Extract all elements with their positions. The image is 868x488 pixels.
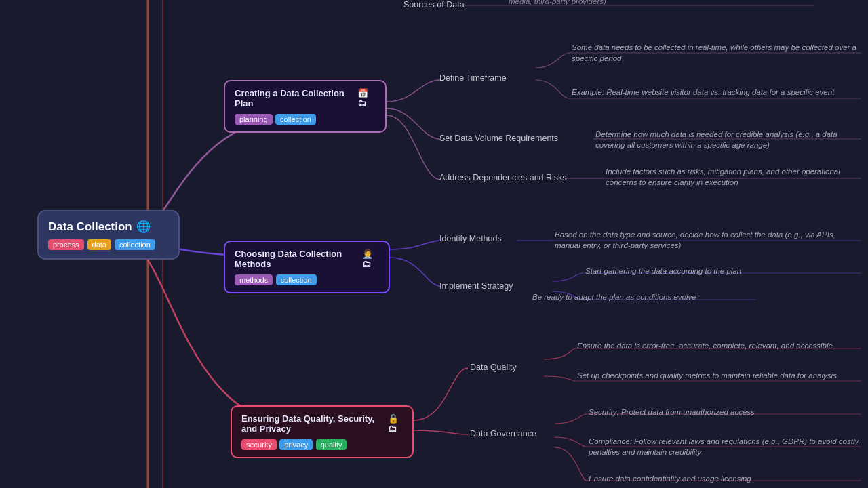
mid-address-deps-text: Address Dependencies and Risks <box>439 173 567 182</box>
detail-implement-2: Be ready to adapt the plan as conditions… <box>532 291 696 302</box>
branch-ensuring-tags: security privacy quality <box>241 438 403 450</box>
detail-volume-text: Determine how much data is needed for cr… <box>595 130 837 149</box>
detail-implement-1-text: Start gathering the data according to th… <box>585 267 741 275</box>
detail-quality-2-text: Set up checkpoints and quality metrics t… <box>577 371 837 380</box>
branch-creating-emoji: 📅🗂 <box>357 88 376 108</box>
detail-implement-1: Start gathering the data according to th… <box>585 266 741 277</box>
mid-data-governance-text: Data Governance <box>470 429 536 439</box>
mid-implement-strategy: Implement Strategy <box>439 281 513 291</box>
mid-define-timeframe-text: Define Timeframe <box>439 73 507 83</box>
branch-creating-title: Creating a Data Collection Plan 📅🗂 <box>235 88 376 108</box>
branch-choosing-emoji: 🧑‍💼🗂 <box>362 249 379 269</box>
root-node[interactable]: Data Collection 🌐 process data collectio… <box>37 210 180 260</box>
mid-sources: Sources of Data <box>403 0 465 9</box>
tag-collection-creating: collection <box>275 114 316 125</box>
root-emoji: 🌐 <box>136 220 151 234</box>
branch-ensuring[interactable]: Ensuring Data Quality, Security, and Pri… <box>231 405 414 458</box>
detail-governance-3: Ensure data confidentiality and usage li… <box>589 473 751 484</box>
detail-deps: Include factors such as risks, mitigatio… <box>606 166 868 188</box>
branch-ensuring-emoji: 🔒🗂 <box>388 413 403 434</box>
tag-security: security <box>241 439 277 450</box>
tag-collection-choosing: collection <box>276 274 317 285</box>
mid-define-timeframe: Define Timeframe <box>439 73 507 83</box>
detail-identify-methods-text: Based on the data type and source, decid… <box>555 230 835 249</box>
branch-creating-title-text: Creating a Data Collection Plan <box>235 88 354 108</box>
detail-deps-text: Include factors such as risks, mitigatio… <box>606 167 840 186</box>
mid-set-volume: Set Data Volume Requirements <box>439 134 558 143</box>
mid-implement-strategy-text: Implement Strategy <box>439 281 513 291</box>
detail-timeframe-2: Example: Real-time website visitor data … <box>572 87 834 98</box>
detail-timeframe-1: Some data needs to be collected in real-… <box>572 42 863 64</box>
branch-choosing[interactable]: Choosing Data Collection Methods 🧑‍💼🗂 me… <box>224 241 390 293</box>
mid-set-volume-text: Set Data Volume Requirements <box>439 134 558 143</box>
tag-collection-root: collection <box>115 239 155 250</box>
detail-volume: Determine how much data is needed for cr… <box>595 129 868 150</box>
detail-quality-1: Ensure the data is error-free, accurate,… <box>577 340 833 351</box>
detail-sources-text: media, third-party providers) <box>509 0 606 5</box>
tag-data: data <box>87 239 111 250</box>
detail-governance-3-text: Ensure data confidentiality and usage li… <box>589 474 751 483</box>
detail-timeframe-1-text: Some data needs to be collected in real-… <box>572 43 856 62</box>
mid-identify-methods: Identify Methods <box>439 234 502 243</box>
detail-governance-2: Compliance: Follow relevant laws and reg… <box>589 436 868 458</box>
root-title-text: Data Collection <box>48 220 132 234</box>
tag-process: process <box>48 239 84 250</box>
mid-address-deps: Address Dependencies and Risks <box>439 173 567 182</box>
detail-governance-2-text: Compliance: Follow relevant laws and reg… <box>589 437 859 456</box>
mid-sources-text: Sources of Data <box>403 0 465 9</box>
branch-ensuring-title: Ensuring Data Quality, Security, and Pri… <box>241 413 403 434</box>
mid-identify-methods-text: Identify Methods <box>439 234 502 243</box>
detail-quality-2: Set up checkpoints and quality metrics t… <box>577 370 837 381</box>
tag-quality: quality <box>316 439 347 450</box>
detail-implement-2-text: Be ready to adapt the plan as conditions… <box>532 293 696 301</box>
branch-choosing-title-text: Choosing Data Collection Methods <box>235 249 359 269</box>
branch-creating[interactable]: Creating a Data Collection Plan 📅🗂 plann… <box>224 80 387 133</box>
mindmap-container: Data Collection 🌐 process data collectio… <box>0 0 868 488</box>
root-title: Data Collection 🌐 <box>48 220 169 234</box>
mid-data-quality: Data Quality <box>470 363 517 372</box>
branch-choosing-title: Choosing Data Collection Methods 🧑‍💼🗂 <box>235 249 379 269</box>
detail-quality-1-text: Ensure the data is error-free, accurate,… <box>577 342 833 350</box>
branch-choosing-tags: methods collection <box>235 273 379 285</box>
branch-creating-tags: planning collection <box>235 113 376 125</box>
root-tags: process data collection <box>48 239 169 250</box>
mid-data-quality-text: Data Quality <box>470 363 517 372</box>
detail-timeframe-2-text: Example: Real-time website visitor data … <box>572 88 834 96</box>
detail-governance-1: Security: Protect data from unauthorized… <box>589 407 755 418</box>
detail-sources: media, third-party providers) <box>509 0 606 7</box>
detail-governance-1-text: Security: Protect data from unauthorized… <box>589 408 755 416</box>
tag-privacy: privacy <box>279 439 313 450</box>
mid-data-governance: Data Governance <box>470 429 536 439</box>
detail-identify-methods: Based on the data type and source, decid… <box>555 229 846 251</box>
tag-planning: planning <box>235 114 273 125</box>
branch-ensuring-title-text: Ensuring Data Quality, Security, and Pri… <box>241 413 384 434</box>
tag-methods: methods <box>235 274 273 285</box>
